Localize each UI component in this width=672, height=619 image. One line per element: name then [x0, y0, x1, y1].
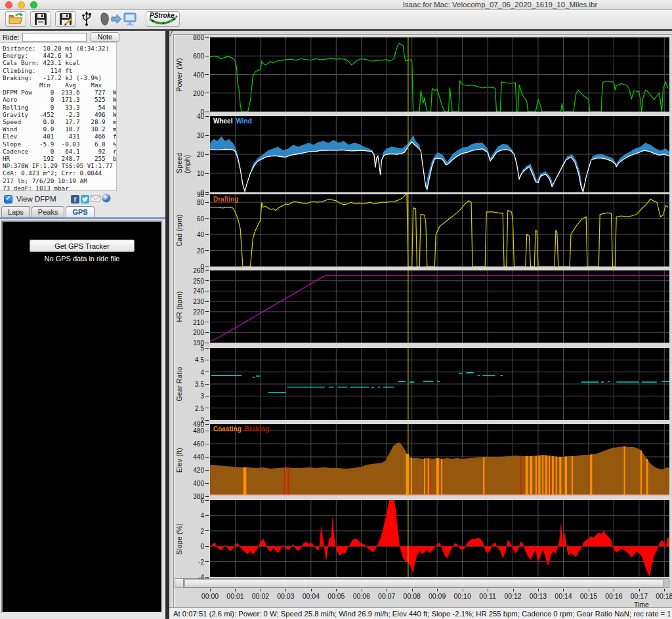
tab-peaks[interactable]: Peaks: [32, 206, 65, 217]
save-button[interactable]: [30, 11, 51, 27]
time-tick: [463, 589, 463, 591]
time-tick: [311, 589, 312, 591]
y-tick-label: 0: [200, 543, 204, 550]
time-tick-label: 00:08: [404, 592, 421, 600]
time-tick: [387, 589, 387, 591]
scrollbar-thumb[interactable]: [184, 579, 663, 587]
y-tick-label: 460: [193, 440, 204, 448]
time-tick: [538, 589, 539, 591]
dfpm-row: View DFPM f: [4, 194, 161, 204]
y-axis-power: Power (W)0200400600800: [175, 37, 210, 112]
chart-plot-slope[interactable]: [210, 500, 669, 577]
google-earth-icon[interactable]: [102, 194, 111, 204]
y-tick-label: 490: [193, 421, 204, 428]
globe-icon: [102, 194, 111, 203]
ride-statistics: Distance: 10.20 mi (0:34:32) Energy: 442…: [0, 43, 116, 191]
envelope-icon: [91, 194, 100, 203]
minimize-window-button[interactable]: [18, 1, 25, 9]
usb-download-button[interactable]: [79, 11, 94, 27]
time-tick: [614, 589, 614, 591]
time-tick-label: 00:02: [252, 592, 269, 600]
device-to-computer-button[interactable]: [98, 11, 139, 27]
note-button[interactable]: Note: [91, 32, 119, 42]
time-tick-label: 00:09: [429, 592, 446, 600]
facebook-icon[interactable]: f: [71, 195, 79, 203]
chart-plot-cad[interactable]: Drafting: [210, 194, 669, 267]
time-tick-label: 00:11: [479, 592, 496, 600]
zoom-window-button[interactable]: [30, 1, 37, 9]
scrollbar-left-button[interactable]: [175, 579, 184, 587]
status-bar: At 0:07:51 (2.6 mi): Power: 0 W; Speed 2…: [169, 607, 672, 619]
y-axis-title-speed: Speed (mph): [175, 135, 191, 173]
time-tick-label: 00:00: [201, 592, 219, 600]
chart-plot-elev[interactable]: CoastingBraking: [210, 424, 669, 496]
ride-name-input[interactable]: [22, 33, 87, 42]
chart-svg-gear: [210, 348, 669, 420]
y-tick-label: 2: [200, 527, 204, 534]
chart-plot-gear[interactable]: [210, 348, 669, 420]
y-tick-label: 80: [197, 199, 204, 206]
y-axis-title-elev: Elev (ft): [175, 448, 183, 473]
time-tick: [513, 589, 514, 591]
time-tick-label: 00:10: [453, 592, 471, 600]
open-file-button[interactable]: [5, 11, 26, 27]
chart-plot-power[interactable]: [210, 37, 669, 112]
time-tick: [336, 589, 337, 591]
get-gps-tracker-button[interactable]: Get GPS Tracker: [30, 240, 135, 252]
chart-svg-slope: [210, 500, 669, 577]
time-tick-label: 00:12: [504, 592, 521, 600]
y-tick-label: 10: [197, 170, 204, 177]
time-tick: [664, 589, 665, 591]
y-axis-hr: HR (bpm)190200210220230240250260: [175, 270, 210, 343]
chart-svg-elev: [210, 424, 669, 496]
time-tick: [639, 589, 640, 591]
tab-laps[interactable]: Laps: [1, 206, 30, 217]
share-icons: f: [71, 194, 111, 204]
save-floppy-icon: [34, 12, 47, 26]
view-dfpm-checkbox[interactable]: [4, 195, 12, 203]
chart-plot-speed[interactable]: WheelWind: [210, 116, 669, 192]
y-tick-label: 200: [193, 89, 204, 96]
device-to-computer-icon: [100, 11, 138, 27]
y-tick-label: 4: [200, 512, 204, 519]
y-tick-label: 400: [193, 71, 204, 78]
time-tick-label: 00:15: [580, 592, 597, 600]
pane-resize-handle: /: [170, 29, 172, 38]
close-window-button[interactable]: [5, 1, 12, 9]
tab-gps[interactable]: GPS: [66, 206, 94, 217]
y-tick-label: 420: [193, 467, 204, 474]
view-dfpm-label: View DFPM: [16, 195, 56, 203]
y-tick-label: 20: [197, 151, 204, 158]
y-tick-label: -2: [198, 558, 204, 565]
chart-horizontal-scrollbar[interactable]: [175, 578, 669, 588]
tab-underline: [0, 217, 165, 219]
y-tick-label: 600: [193, 53, 204, 60]
y-axis-title-gear: Gear Ratio: [175, 367, 183, 402]
time-tick: [488, 589, 488, 591]
time-axis: Time 00:0000:0100:0200:0300:0400:0500:06…: [175, 588, 669, 609]
y-axis-cad: Cad (rpm)02040608090: [175, 194, 210, 267]
y-tick-label: 5: [200, 345, 204, 352]
time-tick-label: 00:18: [656, 592, 672, 600]
chart-area: / Power (W)0200400600800Speed (mph)01020…: [169, 31, 672, 619]
time-tick-label: 00:06: [353, 592, 370, 600]
time-tick: [563, 589, 564, 591]
chart-svg-speed: [210, 116, 669, 192]
toolbar: PStroke: [0, 10, 672, 29]
twitter-icon[interactable]: [81, 195, 89, 203]
chart-row-hr: HR (bpm)190200210220230240250260: [175, 270, 669, 343]
save-as-button[interactable]: [55, 11, 76, 27]
y-tick-label: 240: [193, 288, 204, 295]
y-tick-label: 20: [197, 247, 204, 254]
y-tick-label: 40: [197, 113, 204, 120]
y-tick-label: 800: [193, 34, 204, 41]
pstroke-button[interactable]: PStroke: [146, 11, 180, 27]
chart-plot-hr[interactable]: [210, 270, 669, 343]
time-tick: [261, 589, 261, 591]
time-tick: [362, 589, 362, 591]
ride-label: Ride:: [3, 33, 20, 41]
time-tick-label: 00:04: [303, 592, 320, 600]
open-folder-icon: [8, 12, 24, 26]
email-icon[interactable]: [91, 194, 100, 204]
y-axis-gear: Gear Ratio22.533.544.55: [175, 348, 210, 420]
